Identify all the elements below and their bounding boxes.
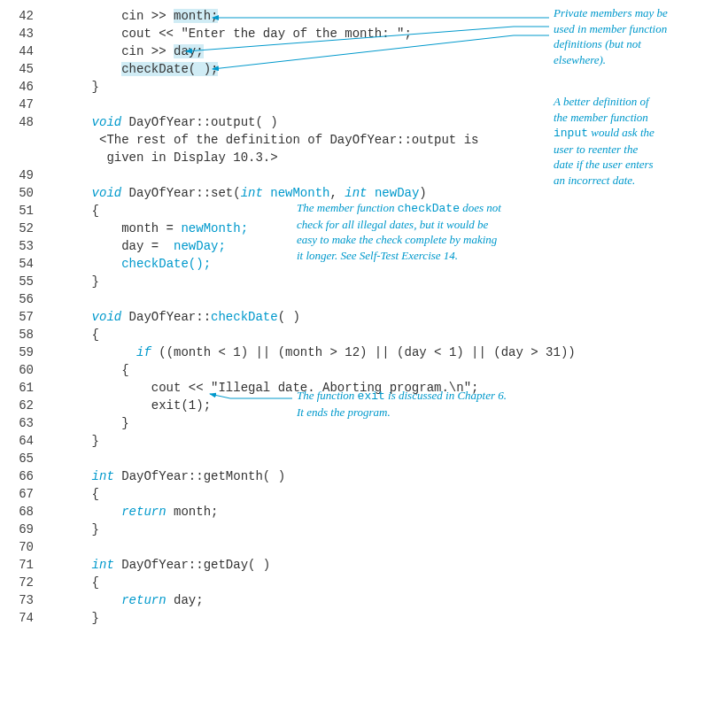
line-number: 66 <box>9 469 34 483</box>
code-content: { <box>62 487 99 501</box>
line-number: 64 <box>9 434 34 448</box>
code-content: cin >> day; <box>62 44 204 58</box>
code-content: cin >> month; <box>62 9 218 23</box>
line-number: 50 <box>9 186 34 200</box>
line-number: 47 <box>9 97 34 112</box>
line-number: 65 <box>9 451 34 466</box>
code-content: { <box>62 363 129 377</box>
code-content: } <box>62 80 99 94</box>
code-line: 64 } <box>9 434 728 451</box>
line-number: 70 <box>9 540 34 554</box>
code-content: return day; <box>62 593 204 607</box>
line-number: 53 <box>9 239 34 253</box>
code-content: return month; <box>62 505 218 519</box>
line-number: 60 <box>9 363 34 377</box>
line-number: 59 <box>9 345 34 359</box>
code-line: 71 int DayOfYear::getDay( ) <box>9 558 728 575</box>
code-line: 70 <box>9 540 728 558</box>
code-content: { <box>62 328 99 342</box>
code-content: checkDate( ); <box>62 62 218 76</box>
line-number: 58 <box>9 328 34 342</box>
code-content: cout << "Enter the day of the month: "; <box>62 27 412 41</box>
code-line: 57 void DayOfYear::checkDate( ) <box>9 310 728 328</box>
line-number: 62 <box>9 398 34 413</box>
code-content: given in Display 10.3.> <box>62 150 278 165</box>
line-number: 48 <box>9 115 34 129</box>
line-number: 46 <box>9 80 34 94</box>
code-content: month = newMonth; <box>62 221 248 235</box>
code-content: } <box>62 434 99 448</box>
code-content: } <box>62 611 99 625</box>
code-content: { <box>62 575 99 590</box>
annotation-better-definition: A better definition of the member functi… <box>554 94 717 188</box>
code-content: if ((month < 1) || (month > 12) || (day … <box>62 345 576 359</box>
line-number: 61 <box>9 381 34 395</box>
code-line: 73 return day; <box>9 593 728 611</box>
code-line: 68 return month; <box>9 505 728 522</box>
code-line: 58 { <box>9 328 728 345</box>
code-line: 74 } <box>9 611 728 629</box>
line-number: 49 <box>9 168 34 182</box>
line-number: 44 <box>9 44 34 58</box>
annotation-exit: The function exit is discussed in Chapte… <box>297 388 562 420</box>
line-number: 63 <box>9 416 34 430</box>
line-number: 57 <box>9 310 34 324</box>
line-number: 52 <box>9 221 34 235</box>
line-number: 55 <box>9 274 34 289</box>
code-content: exit(1); <box>62 398 211 413</box>
code-line: 67 { <box>9 487 728 505</box>
code-content: } <box>62 416 129 430</box>
code-content: checkDate(); <box>62 257 211 271</box>
code-content: void DayOfYear::checkDate( ) <box>62 310 300 324</box>
code-content: <The rest of the definition of DayOfYear… <box>62 133 478 147</box>
code-line: 66 int DayOfYear::getMonth( ) <box>9 469 728 487</box>
line-number: 67 <box>9 487 34 501</box>
line-number: 68 <box>9 505 34 519</box>
line-number: 42 <box>9 9 34 23</box>
code-line: 60 { <box>9 363 728 381</box>
annotation-checkdate: The member function checkDate does not c… <box>297 200 554 263</box>
code-line: 65 <box>9 451 728 469</box>
code-content: int DayOfYear::getDay( ) <box>62 558 270 572</box>
line-number: 72 <box>9 575 34 590</box>
line-number: 54 <box>9 257 34 271</box>
code-content: } <box>62 274 99 289</box>
code-content: void DayOfYear::set(int newMonth, int ne… <box>62 186 427 200</box>
code-line: 59 if ((month < 1) || (month > 12) || (d… <box>9 345 728 363</box>
code-content: day = newDay; <box>62 239 226 253</box>
annotation-private-members: Private members may be used in member fu… <box>554 5 717 67</box>
line-number: 69 <box>9 522 34 536</box>
code-line: 69 } <box>9 522 728 540</box>
line-number: 43 <box>9 27 34 41</box>
line-number: 51 <box>9 204 34 218</box>
code-line: 72 { <box>9 575 728 593</box>
code-content: { <box>62 204 99 218</box>
code-content: } <box>62 522 99 536</box>
code-content: void DayOfYear::output( ) <box>62 115 278 129</box>
line-number: 74 <box>9 611 34 625</box>
code-line: 56 <box>9 292 728 310</box>
line-number: 45 <box>9 62 34 76</box>
code-line: 55 } <box>9 274 728 292</box>
line-number: 73 <box>9 593 34 607</box>
code-content: int DayOfYear::getMonth( ) <box>62 469 285 483</box>
line-number: 56 <box>9 292 34 306</box>
line-number: 71 <box>9 558 34 572</box>
